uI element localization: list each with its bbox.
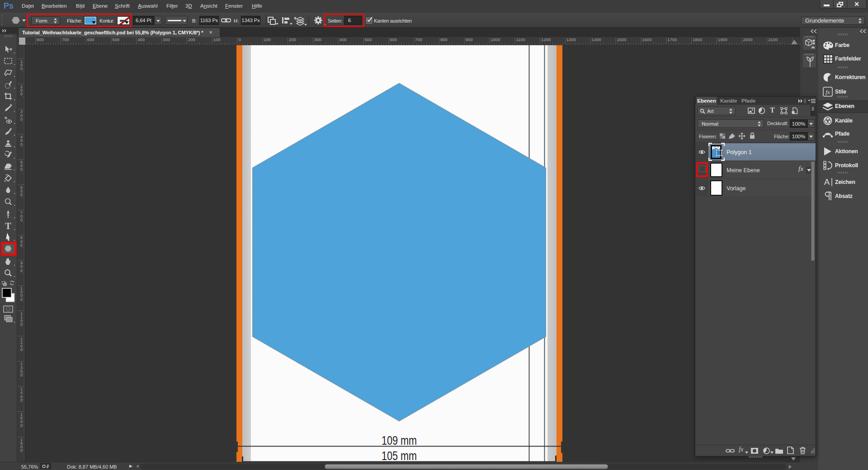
svg-text:1000: 1000 xyxy=(491,37,500,42)
svg-text:0: 0 xyxy=(20,398,23,403)
svg-text:0: 0 xyxy=(20,117,23,122)
svg-text:0: 0 xyxy=(20,218,23,222)
svg-text:700: 700 xyxy=(415,37,422,42)
svg-text:300: 300 xyxy=(314,37,321,42)
svg-text:200: 200 xyxy=(289,37,296,42)
svg-text:0: 0 xyxy=(20,268,23,273)
svg-text:1700: 1700 xyxy=(667,37,677,42)
svg-text:T: T xyxy=(5,221,11,231)
svg-text:1400: 1400 xyxy=(592,37,601,42)
svg-text:900: 900 xyxy=(466,37,473,42)
svg-text:1600: 1600 xyxy=(642,37,651,42)
svg-text:800: 800 xyxy=(37,37,44,42)
svg-text:0: 0 xyxy=(20,92,23,96)
svg-text:fx: fx xyxy=(826,89,830,95)
svg-text:2100: 2100 xyxy=(768,37,778,42)
svg-text:100: 100 xyxy=(213,37,221,42)
svg-text:0: 0 xyxy=(20,167,23,172)
svg-text:800: 800 xyxy=(440,37,448,42)
svg-text:0: 0 xyxy=(20,348,23,352)
svg-text:0: 0 xyxy=(20,243,23,248)
svg-text:600: 600 xyxy=(87,37,94,42)
svg-text:500: 500 xyxy=(113,37,120,42)
svg-text:700: 700 xyxy=(62,37,69,42)
svg-text:100: 100 xyxy=(264,37,271,42)
svg-text:0: 0 xyxy=(20,142,23,147)
svg-text:600: 600 xyxy=(390,37,397,42)
svg-text:1100: 1100 xyxy=(516,37,525,42)
svg-text:1200: 1200 xyxy=(541,37,551,42)
svg-text:0: 0 xyxy=(20,373,23,377)
svg-text:200: 200 xyxy=(188,37,195,42)
svg-text:0: 0 xyxy=(20,66,23,71)
svg-text:0: 0 xyxy=(239,37,241,42)
svg-text:2000: 2000 xyxy=(743,37,753,42)
svg-text:1900: 1900 xyxy=(718,37,727,42)
svg-text:0: 0 xyxy=(20,423,23,428)
svg-text:1500: 1500 xyxy=(617,37,627,42)
svg-text:0: 0 xyxy=(20,297,23,302)
svg-text:400: 400 xyxy=(137,37,145,42)
svg-text:1300: 1300 xyxy=(566,37,576,42)
svg-text:0: 0 xyxy=(20,322,23,327)
svg-text:0: 0 xyxy=(20,448,23,453)
svg-text:0: 0 xyxy=(20,193,23,197)
svg-text:1800: 1800 xyxy=(693,37,702,42)
svg-text:A: A xyxy=(824,177,830,187)
svg-text:300: 300 xyxy=(163,37,170,42)
svg-text:400: 400 xyxy=(340,37,347,42)
svg-text:500: 500 xyxy=(365,37,372,42)
